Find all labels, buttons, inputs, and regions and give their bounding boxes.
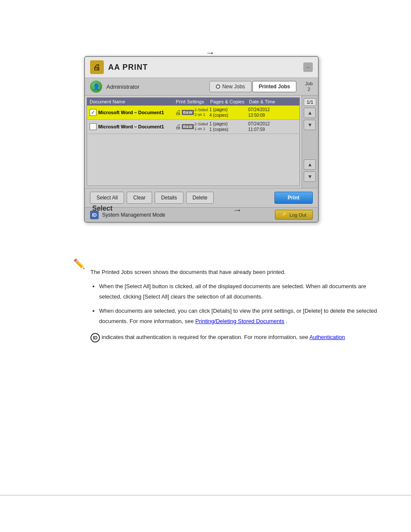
bottom-arrow-icon: → xyxy=(233,205,242,216)
delete-button[interactable]: Delete xyxy=(186,192,214,204)
logout-button[interactable]: 🔑 Log Out xyxy=(275,210,313,220)
printed-jobs-label: Printed Jobs xyxy=(259,84,290,90)
row-pages-2: 1 (pages) 1 (copies) xyxy=(209,121,248,132)
printed-jobs-button[interactable]: Printed Jobs xyxy=(252,81,297,92)
scroll-top-button[interactable]: ▲ xyxy=(304,159,316,170)
id-note-text: indicates that authentication is require… xyxy=(102,334,308,340)
row-print-settings-2: 🖨 B&W 2-Sided 1 on 1 xyxy=(175,122,209,131)
row-date-1: 07/24/2012 13:50:09 xyxy=(248,107,291,118)
select-annotation: Select xyxy=(92,205,112,212)
printer-panel: 🖨 AA PRINT – 👤 Administrator New Jobs Pr… xyxy=(84,56,319,223)
system-mode-text: System Management Mode xyxy=(102,212,165,218)
print-icon-2: 🖨 xyxy=(175,123,181,130)
col-document: Document Name xyxy=(90,99,176,104)
bullet-list: When the [Select All] button is clicked,… xyxy=(90,281,383,326)
link-authentication[interactable]: Authentication xyxy=(309,334,345,340)
panel-header: 🖨 AA PRINT – xyxy=(85,57,318,78)
row-doc-name-2: Microsoft Word – Document1 xyxy=(98,124,175,129)
body-text: The Printed Jobs screen shows the docume… xyxy=(90,267,383,342)
paragraph1: The Printed Jobs screen shows the docume… xyxy=(90,267,383,277)
pencil-icon: ✏️ xyxy=(73,258,85,270)
job-count: Job 2 xyxy=(305,81,313,92)
print-button[interactable]: Print xyxy=(274,192,313,204)
nav-buttons: New Jobs Printed Jobs xyxy=(209,81,296,92)
job-label: Job xyxy=(305,81,313,87)
side-info-2: 2-Sided 1 on 1 xyxy=(195,122,208,131)
clear-button[interactable]: Clear xyxy=(127,192,152,204)
app-logo: 🖨 xyxy=(90,60,104,74)
panel-title: AA PRINT xyxy=(108,63,148,72)
print-icon-1: 🖨 xyxy=(175,109,181,116)
logout-label: Log Out xyxy=(290,212,306,218)
details-button[interactable]: Details xyxy=(155,192,184,204)
user-name: Administrator xyxy=(106,84,140,90)
table-container: Document Name Print Settings Pages & Cop… xyxy=(85,96,318,188)
row-pages-1: 1 (pages) 4 (copies) xyxy=(209,107,248,118)
bullet-item-1: When the [Select All] button is clicked,… xyxy=(99,281,383,302)
row-checkbox-1[interactable]: ✓ xyxy=(90,109,97,116)
scroll-bottom-button[interactable]: ▼ xyxy=(304,171,316,182)
scroll-up-button[interactable]: ▲ xyxy=(304,108,316,118)
system-bar: ID System Management Mode 🔑 Log Out xyxy=(85,207,318,222)
minimize-button[interactable]: – xyxy=(303,62,313,72)
link-printing-deleting[interactable]: Printing/Deleting Stored Documents xyxy=(195,318,284,324)
col-print-settings: Print Settings xyxy=(176,99,210,104)
new-jobs-radio xyxy=(216,84,220,89)
table-area: Document Name Print Settings Pages & Cop… xyxy=(87,97,300,186)
bw-badge-2: B&W xyxy=(182,124,194,129)
page-indicator: 1/1 xyxy=(304,98,316,106)
col-date-time: Date & Time xyxy=(249,99,292,104)
panel-actions: Select All Clear Details Delete Print xyxy=(85,188,318,207)
select-all-button[interactable]: Select All xyxy=(90,192,124,204)
row-print-settings-1: 🖨 B&W 2-Sided 2 on 1 xyxy=(175,108,209,117)
col-pages-copies: Pages & Copies xyxy=(210,99,249,104)
table-empty-area xyxy=(87,134,299,186)
scroll-controls: 1/1 ▲ ▼ ▲ ▼ xyxy=(302,96,318,188)
row-checkbox-2[interactable] xyxy=(90,123,97,130)
bullet-item-2: When documents are selected, you can cli… xyxy=(99,306,383,326)
panel-nav: 👤 Administrator New Jobs Printed Jobs Jo… xyxy=(85,78,318,96)
id-note-paragraph: ID indicates that authentication is requ… xyxy=(90,332,383,342)
bw-badge-1: B&W xyxy=(182,110,194,115)
logout-icon: 🔑 xyxy=(281,212,287,218)
bullet2-end: . xyxy=(286,318,288,324)
bottom-divider xyxy=(0,495,411,495)
side-info-1: 2-Sided 2 on 1 xyxy=(195,108,208,117)
table-row[interactable]: ✓ Microsoft Word – Document1 🖨 B&W 2-Sid… xyxy=(87,106,299,120)
new-jobs-label: New Jobs xyxy=(222,84,245,90)
table-header: Document Name Print Settings Pages & Cop… xyxy=(87,98,299,106)
job-number: 2 xyxy=(305,87,313,92)
row-date-2: 07/24/2012 11:07:59 xyxy=(248,121,291,132)
row-doc-name-1: Microsoft Word – Document1 xyxy=(98,110,175,115)
table-row[interactable]: Microsoft Word – Document1 🖨 B&W 2-Sided… xyxy=(87,120,299,134)
new-jobs-button[interactable]: New Jobs xyxy=(209,81,252,92)
user-avatar: 👤 xyxy=(90,81,102,93)
id-circle-icon: ID xyxy=(90,333,100,342)
scroll-down-button[interactable]: ▼ xyxy=(304,120,316,130)
